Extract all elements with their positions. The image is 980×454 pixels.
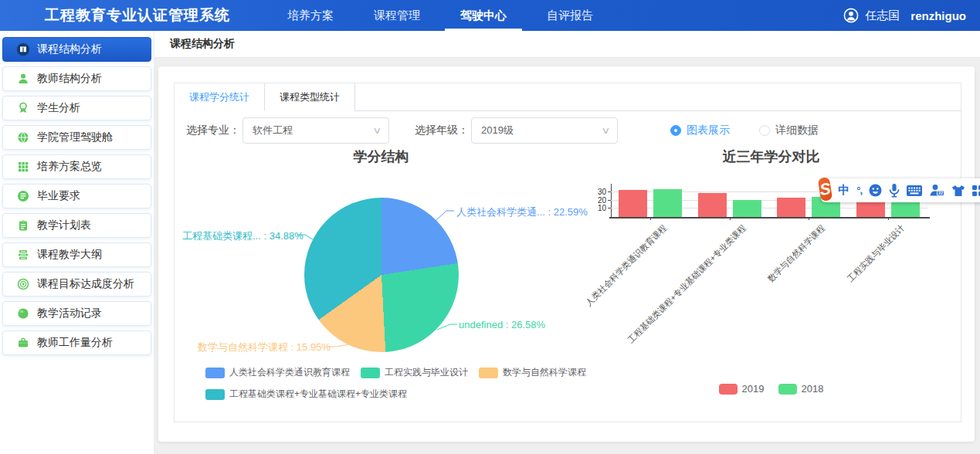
app-root: 工程教育专业认证管理系统 培养方案 课程管理 驾驶中心 自评报告 任志国 ren… bbox=[0, 0, 980, 454]
pie-chart-title: 学分结构 bbox=[182, 147, 580, 166]
x-category-label: 数学与自然科学课程 bbox=[765, 222, 828, 285]
y-tick bbox=[608, 191, 611, 192]
clipboard-icon bbox=[17, 219, 29, 232]
user-account: renzhiguo bbox=[910, 9, 966, 22]
y-tick bbox=[608, 208, 611, 208]
sidebar-item-graduation-requirements[interactable]: 毕业要求 bbox=[2, 184, 151, 208]
bar-2019[interactable] bbox=[698, 193, 727, 217]
menu-grid-icon[interactable] bbox=[972, 185, 980, 196]
grade-label: 选择年级： bbox=[415, 124, 469, 137]
book-icon bbox=[17, 43, 29, 56]
globe-icon bbox=[17, 131, 29, 144]
x-category-label: 工程实践与毕业设计 bbox=[845, 222, 907, 285]
legend-item[interactable]: 数学与自然科学课程 bbox=[479, 366, 586, 379]
radio-detail-data[interactable]: 详细数据 bbox=[759, 124, 819, 137]
people-count-icon[interactable]: 22 bbox=[929, 184, 944, 197]
sidebar-item-teacher-structure[interactable]: 教师结构分析 bbox=[2, 66, 151, 91]
target-icon bbox=[17, 278, 29, 290]
bar-2019[interactable] bbox=[619, 190, 647, 217]
bar-2019[interactable] bbox=[777, 198, 805, 217]
app-title: 工程教育专业认证管理系统 bbox=[45, 5, 230, 25]
sidebar-item-training-plan-overview[interactable]: 培养方案总览 bbox=[2, 154, 151, 179]
legend-swatch bbox=[205, 389, 225, 400]
pie[interactable] bbox=[304, 198, 459, 352]
legend-swatch bbox=[778, 384, 797, 395]
bar-2018[interactable] bbox=[653, 189, 682, 217]
user-name: 任志国 bbox=[865, 8, 900, 23]
svg-text:22: 22 bbox=[938, 191, 943, 195]
legend-item[interactable]: 工程基础类课程+专业基础课程+专业类课程 bbox=[205, 388, 407, 401]
tab-course-type-stats[interactable]: 课程类型统计 bbox=[265, 83, 355, 111]
pie-legend-row-2: 工程基础类课程+专业基础课程+专业类课程 bbox=[205, 388, 418, 401]
sidebar-item-course-structure[interactable]: 课程结构分析 bbox=[2, 37, 151, 62]
legend-item[interactable]: 工程实践与毕业设计 bbox=[361, 366, 468, 379]
briefcase-icon bbox=[17, 337, 29, 349]
grade-select-value: 2019级 bbox=[481, 124, 514, 137]
x-category-label: 人类社会科学类通识教育课程 bbox=[583, 222, 670, 309]
sidebar-item-college-cockpit[interactable]: 学院管理驾驶舱 bbox=[2, 125, 151, 150]
legend-swatch bbox=[205, 368, 225, 378]
bar-2018[interactable] bbox=[733, 200, 761, 217]
chevron-down-icon: ∨ bbox=[601, 125, 610, 136]
user-menu[interactable]: 任志国 renzhiguo bbox=[843, 0, 966, 31]
breadcrumb: 课程结构分析 bbox=[170, 37, 235, 51]
skin-shirt-icon[interactable] bbox=[951, 185, 965, 197]
radio-chart-display[interactable]: 图表展示 bbox=[670, 124, 730, 137]
student-medal-icon bbox=[17, 102, 29, 114]
pie-callout-undefined: undefined : 26.58% bbox=[459, 319, 545, 330]
y-tick-label: 10 bbox=[588, 204, 606, 212]
sidebar-item-teaching-plan-table[interactable]: 教学计划表 bbox=[2, 213, 151, 238]
microphone-icon[interactable] bbox=[889, 184, 900, 198]
teacher-icon bbox=[17, 73, 29, 85]
legend-item[interactable]: 2018 bbox=[778, 383, 824, 395]
radio-unselected-icon bbox=[759, 125, 770, 136]
breadcrumb-bar: 课程结构分析 bbox=[154, 31, 980, 58]
sidebar-item-course-syllabus[interactable]: 课程教学大纲 bbox=[2, 242, 151, 267]
filter-row: 选择专业： 软件工程 ∨ 选择年级： 2019级 ∨ 图表展示 详细数据 bbox=[175, 117, 961, 144]
chevron-down-icon: ∨ bbox=[372, 125, 381, 136]
top-navbar: 工程教育专业认证管理系统 培养方案 课程管理 驾驶中心 自评报告 任志国 ren… bbox=[0, 0, 980, 31]
sidebar-item-teaching-activity-log[interactable]: 教学活动记录 bbox=[2, 301, 151, 326]
chinese-mode-icon[interactable]: 中 bbox=[838, 183, 849, 198]
legend-swatch bbox=[361, 368, 380, 378]
avatar-icon bbox=[843, 8, 859, 23]
sphere-icon bbox=[17, 307, 29, 320]
graduation-book-icon bbox=[17, 190, 29, 202]
pie-legend-row-1: 人类社会科学类通识教育课程 工程实践与毕业设计 数学与自然科学课程 bbox=[205, 366, 597, 379]
sidebar-item-teacher-workload[interactable]: 教师工作量分析 bbox=[2, 330, 151, 355]
y-tick-label: 20 bbox=[588, 196, 606, 205]
nav-item-self-report[interactable]: 自评报告 bbox=[527, 0, 613, 31]
legend-item[interactable]: 2019 bbox=[719, 383, 765, 395]
books-icon bbox=[17, 249, 29, 261]
legend-item[interactable]: 人类社会科学类通识教育课程 bbox=[205, 366, 350, 379]
x-tick bbox=[809, 217, 809, 220]
major-select-value: 软件工程 bbox=[253, 124, 293, 137]
punctuation-icon[interactable]: °, bbox=[856, 185, 862, 196]
nav-menu: 培养方案 课程管理 驾驶中心 自评报告 bbox=[267, 0, 613, 31]
ime-toolbar: S 中 °, 22 bbox=[821, 178, 980, 202]
nav-item-course-management[interactable]: 课程管理 bbox=[354, 0, 440, 31]
tab-course-credit-stats[interactable]: 课程学分统计 bbox=[175, 83, 265, 111]
grade-select[interactable]: 2019级 ∨ bbox=[471, 117, 618, 144]
keyboard-icon[interactable] bbox=[907, 185, 922, 196]
nav-item-dashboard-center[interactable]: 驾驶中心 bbox=[440, 0, 527, 31]
major-select[interactable]: 软件工程 ∨ bbox=[242, 117, 389, 144]
sidebar-item-course-goal-achievement[interactable]: 课程目标达成度分析 bbox=[2, 272, 151, 296]
x-tick bbox=[650, 217, 651, 220]
x-tick bbox=[730, 217, 731, 220]
legend-swatch bbox=[719, 384, 738, 395]
legend-swatch bbox=[479, 368, 498, 378]
bar-chart-title: 近三年学分对比 bbox=[584, 147, 958, 166]
display-mode-radios: 图表展示 详细数据 bbox=[670, 124, 819, 137]
pie-callout-engineering-basic: 工程基础类课程... : 34.88% bbox=[182, 229, 298, 243]
emoji-icon[interactable] bbox=[869, 184, 882, 197]
y-tick-label: 30 bbox=[588, 188, 606, 196]
pie-callout-math-science: 数学与自然科学课程 : 15.95% bbox=[198, 340, 326, 354]
nav-item-training-plan[interactable]: 培养方案 bbox=[267, 0, 354, 31]
radio-selected-icon bbox=[670, 125, 681, 136]
tabs-header: 课程学分统计 课程类型统计 bbox=[175, 83, 961, 111]
sidebar: 课程结构分析 教师结构分析 学生分析 学院管理驾驶舱 培养方案总览 bbox=[0, 31, 154, 454]
statistics-card: 课程学分统计 课程类型统计 选择专业： 软件工程 ∨ 选择年级： 2019级 ∨… bbox=[174, 83, 961, 422]
x-tick bbox=[888, 217, 889, 220]
sidebar-item-student-analysis[interactable]: 学生分析 bbox=[2, 96, 151, 120]
